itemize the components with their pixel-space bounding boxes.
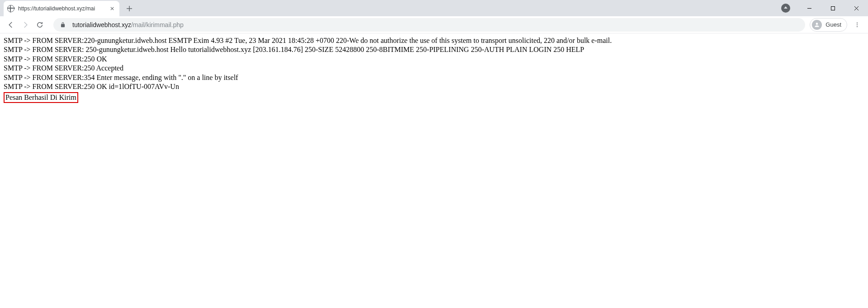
- success-message: Pesan Berhasil Di Kirim: [4, 92, 78, 103]
- svg-point-2: [857, 24, 858, 25]
- tab-title: https://tutorialidwebhost.xyz/mai: [18, 5, 109, 12]
- profile-indicator-icon[interactable]: [781, 4, 790, 13]
- url-path: /mail/kirimmail.php: [131, 21, 184, 28]
- minimize-button[interactable]: [799, 1, 819, 15]
- tab-strip: https://tutorialidwebhost.xyz/mai: [0, 0, 868, 16]
- forward-button[interactable]: [18, 18, 33, 32]
- address-bar[interactable]: tutorialidwebhost.xyz/mail/kirimmail.php: [53, 18, 805, 32]
- globe-icon: [7, 5, 14, 12]
- avatar-icon: [812, 20, 822, 30]
- smtp-log-line: SMTP -> FROM SERVER:220-gunungketur.idwe…: [4, 36, 864, 45]
- reload-button[interactable]: [33, 18, 47, 32]
- browser-menu-button[interactable]: [850, 18, 864, 32]
- browser-tab[interactable]: https://tutorialidwebhost.xyz/mai: [4, 1, 119, 16]
- browser-toolbar: tutorialidwebhost.xyz/mail/kirimmail.php…: [0, 16, 868, 33]
- url-host: tutorialidwebhost.xyz: [72, 21, 131, 28]
- svg-point-3: [857, 26, 858, 27]
- smtp-log-line: SMTP -> FROM SERVER:250 Accepted: [4, 64, 864, 73]
- window-controls: [781, 0, 868, 16]
- smtp-log-line: SMTP -> FROM SERVER:250 OK id=1lOfTU-007…: [4, 82, 864, 91]
- new-tab-button[interactable]: [123, 2, 136, 15]
- close-tab-button[interactable]: [109, 5, 116, 12]
- guest-profile-chip[interactable]: Guest: [810, 18, 847, 32]
- smtp-log-line: SMTP -> FROM SERVER:250 OK: [4, 55, 864, 64]
- lock-icon: [60, 22, 66, 28]
- back-button[interactable]: [4, 18, 18, 32]
- smtp-log-line: SMTP -> FROM SERVER: 250-gunungketur.idw…: [4, 45, 864, 54]
- close-window-button[interactable]: [846, 1, 866, 15]
- svg-point-1: [857, 22, 858, 23]
- svg-rect-0: [831, 6, 835, 10]
- maximize-button[interactable]: [823, 1, 843, 15]
- page-content: SMTP -> FROM SERVER:220-gunungketur.idwe…: [0, 33, 868, 106]
- guest-label: Guest: [825, 21, 841, 28]
- smtp-log-line: SMTP -> FROM SERVER:354 Enter message, e…: [4, 73, 864, 82]
